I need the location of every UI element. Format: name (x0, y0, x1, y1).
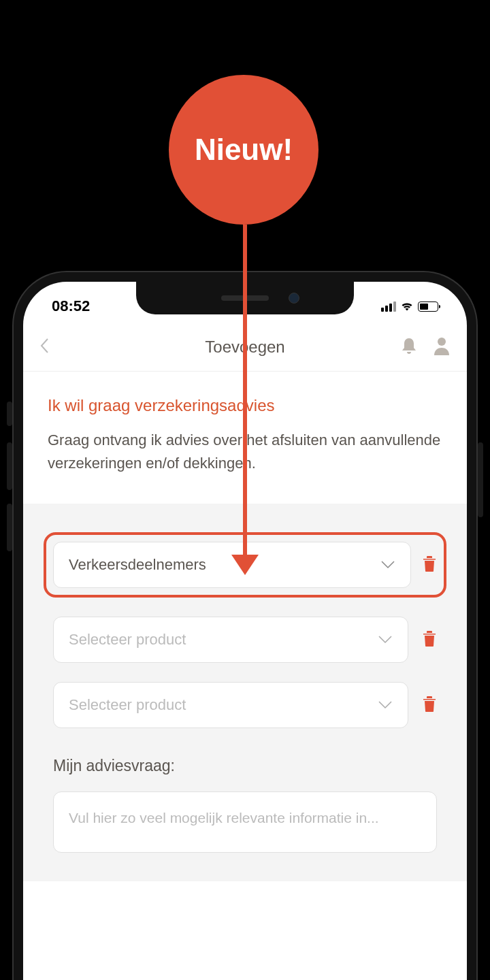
dropdown-placeholder: Selecteer product (69, 696, 186, 714)
textarea-label: Mijn adviesvraag: (44, 757, 446, 775)
status-time: 08:52 (52, 297, 90, 315)
back-button[interactable] (39, 338, 60, 357)
phone-volume-down (7, 504, 12, 551)
chevron-down-icon (380, 556, 395, 574)
textarea-placeholder: Vul hier zo veel mogelijk relevante info… (69, 810, 379, 826)
callout-arrow-icon (231, 555, 259, 575)
chevron-down-icon (378, 631, 393, 649)
dropdown-row: Selecteer product (44, 682, 446, 728)
phone-mute-switch (7, 402, 12, 426)
callout-text: Nieuw! (195, 133, 293, 167)
callout-line (243, 225, 247, 558)
signal-icon (381, 301, 396, 312)
chevron-down-icon (378, 696, 393, 714)
dropdown-row: Selecteer product (44, 617, 446, 663)
delete-button[interactable] (422, 555, 437, 575)
phone-power-button (478, 442, 483, 517)
dropdown-product-2[interactable]: Selecteer product (53, 682, 408, 728)
delete-button[interactable] (422, 695, 437, 715)
svg-point-0 (438, 338, 446, 346)
dropdown-product-1[interactable]: Selecteer product (53, 617, 408, 663)
wifi-icon (400, 301, 414, 312)
status-icons (381, 301, 438, 312)
dropdown-placeholder: Selecteer product (69, 631, 186, 649)
callout-badge: Nieuw! (169, 75, 318, 225)
camera-icon (289, 293, 299, 304)
advice-textarea[interactable]: Vul hier zo veel mogelijk relevante info… (53, 791, 437, 853)
dropdown-value: Verkeersdeelnemers (69, 556, 206, 574)
phone-volume-up (7, 442, 12, 490)
delete-button[interactable] (422, 630, 437, 650)
battery-icon (418, 301, 438, 312)
user-icon[interactable] (433, 336, 451, 358)
bell-icon[interactable] (400, 336, 418, 358)
